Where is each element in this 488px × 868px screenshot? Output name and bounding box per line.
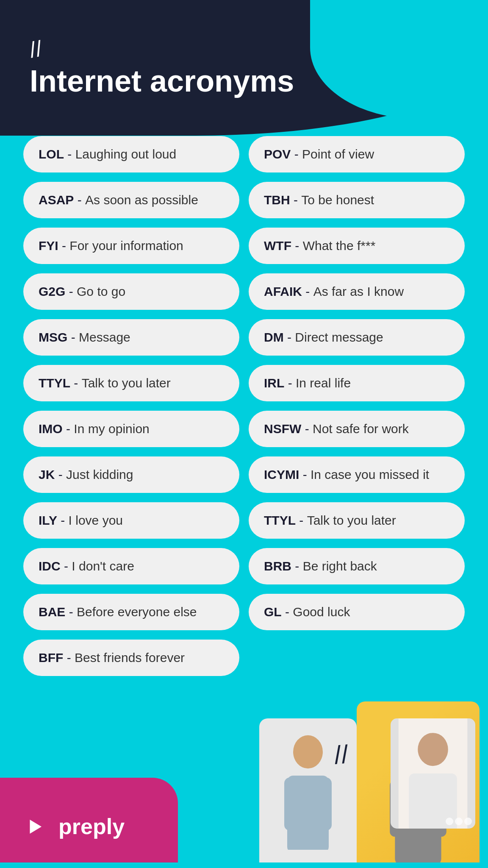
acronym-sep: - <box>299 467 311 482</box>
footer: preply // <box>0 684 488 862</box>
acronym-meaning: Point of view <box>302 147 374 161</box>
acronym-abbr: WTF <box>264 239 291 253</box>
acronym-abbr: BAE <box>39 605 65 619</box>
acronym-abbr: POV <box>264 147 291 161</box>
acronym-pill-left: BAE - Before everyone else <box>23 594 239 630</box>
acronym-sep: - <box>301 422 313 436</box>
acronym-abbr: GL <box>264 605 282 619</box>
acronym-sep: - <box>64 147 75 161</box>
svg-rect-3 <box>284 777 296 831</box>
svg-point-1 <box>293 735 323 768</box>
acronym-pill-left: FYI - For your information <box>23 228 239 264</box>
acronym-pill-left: LOL - Laughing out loud <box>23 136 239 172</box>
social-dot-1 <box>446 818 453 825</box>
acronym-meaning: Not safe for work <box>313 422 409 436</box>
acronym-sep: - <box>63 651 75 665</box>
acronym-abbr: NSFW <box>264 422 301 436</box>
acronym-pill-left: G2G - Go to go <box>23 273 239 310</box>
acronym-meaning: Laughing out loud <box>75 147 177 161</box>
acronym-meaning: I love you <box>69 513 123 528</box>
preply-logo: preply <box>28 814 125 839</box>
svg-rect-4 <box>320 777 332 831</box>
decoration-slashes: // <box>28 37 44 61</box>
acronym-abbr: AFAIK <box>264 284 302 299</box>
acronym-meaning: In case you missed it <box>311 467 429 482</box>
acronym-sep: - <box>61 559 72 573</box>
main-content: LOL - Laughing out loudPOV - Point of vi… <box>0 123 488 676</box>
acronym-pill-right: WTF - What the f*** <box>249 228 465 264</box>
acronym-pill-right: TTYL - Talk to you later <box>249 502 465 539</box>
acronym-sep: - <box>65 284 77 299</box>
acronym-meaning: I don't care <box>72 559 134 573</box>
acronym-pill-right: BRB - Be right back <box>249 548 465 584</box>
acronym-pill-right: POV - Point of view <box>249 136 465 172</box>
acronym-sep: - <box>291 559 303 573</box>
acronym-sep: - <box>74 193 85 207</box>
acronym-abbr: G2G <box>39 284 65 299</box>
acronym-meaning: Be right back <box>303 559 377 573</box>
acronym-pill-right: ICYMI - In case you missed it <box>249 456 465 493</box>
acronym-meaning: Go to go <box>77 284 125 299</box>
acronym-abbr: JK <box>39 467 55 482</box>
acronym-meaning: For your information <box>69 239 183 253</box>
social-dot-3 <box>464 818 472 825</box>
acronym-meaning: Talk to you later <box>82 376 171 390</box>
acronym-pill-right: AFAIK - As far as I know <box>249 273 465 310</box>
acronym-sep: - <box>67 330 79 345</box>
svg-marker-0 <box>30 820 42 834</box>
acronym-abbr: ASAP <box>39 193 74 207</box>
acronym-pill-left: TTYL - Talk to you later <box>23 365 239 401</box>
acronym-sep: - <box>290 193 302 207</box>
acronym-meaning: To be honest <box>301 193 374 207</box>
acronym-abbr: BFF <box>39 651 63 665</box>
acronym-pill-right: TBH - To be honest <box>249 182 465 218</box>
header: // Internet acronyms <box>0 0 488 123</box>
acronym-grid: LOL - Laughing out loudPOV - Point of vi… <box>23 136 465 676</box>
acronym-abbr: IRL <box>264 376 284 390</box>
acronym-pill-left: ILY - I love you <box>23 502 239 539</box>
acronym-pill-left: IDC - I don't care <box>23 548 239 584</box>
page-title: Internet acronyms <box>30 64 458 98</box>
acronym-sep: - <box>296 513 307 528</box>
acronym-pill-left: IMO - In my opinion <box>23 411 239 447</box>
acronym-sep: - <box>55 467 66 482</box>
acronym-pill-right: DM - Direct message <box>249 319 465 356</box>
slash-decoration-footer: // <box>333 740 349 770</box>
acronym-meaning: Good luck <box>293 605 350 619</box>
acronym-sep: - <box>70 376 82 390</box>
acronym-pill-right: NSFW - Not safe for work <box>249 411 465 447</box>
acronym-pill-left: ASAP - As soon as possible <box>23 182 239 218</box>
acronym-abbr: TBH <box>264 193 290 207</box>
acronym-meaning: Just kidding <box>66 467 133 482</box>
acronym-pill-right: GL - Good luck <box>249 594 465 630</box>
acronym-meaning: Best friends forever <box>75 651 185 665</box>
brand-name: preply <box>58 814 125 839</box>
acronym-pill-right: IRL - In real life <box>249 365 465 401</box>
acronym-abbr: TTYL <box>264 513 296 528</box>
acronym-meaning: In real life <box>296 376 351 390</box>
preply-icon <box>28 815 51 838</box>
acronym-abbr: IDC <box>39 559 61 573</box>
acronym-meaning: Talk to you later <box>307 513 396 528</box>
acronym-abbr: TTYL <box>39 376 70 390</box>
acronym-meaning: As soon as possible <box>85 193 198 207</box>
acronym-sep: - <box>284 330 295 345</box>
acronym-meaning: Before everyone else <box>77 605 197 619</box>
acronym-abbr: IMO <box>39 422 63 436</box>
acronym-abbr: ICYMI <box>264 467 299 482</box>
acronym-sep: - <box>302 284 313 299</box>
acronym-meaning: What the f*** <box>303 239 376 253</box>
acronym-abbr: LOL <box>39 147 64 161</box>
social-dot-2 <box>455 818 463 825</box>
acronym-abbr: DM <box>264 330 284 345</box>
acronym-pill-left: MSG - Message <box>23 319 239 356</box>
acronym-sep: - <box>58 239 70 253</box>
acronym-meaning: In my opinion <box>74 422 149 436</box>
acronym-pill-left: BFF - Best friends forever <box>23 640 239 676</box>
acronym-meaning: As far as I know <box>313 284 404 299</box>
acronym-sep: - <box>63 422 74 436</box>
acronym-meaning: Direct message <box>295 330 383 345</box>
acronym-abbr: MSG <box>39 330 67 345</box>
acronym-sep: - <box>284 376 296 390</box>
acronym-sep: - <box>57 513 69 528</box>
